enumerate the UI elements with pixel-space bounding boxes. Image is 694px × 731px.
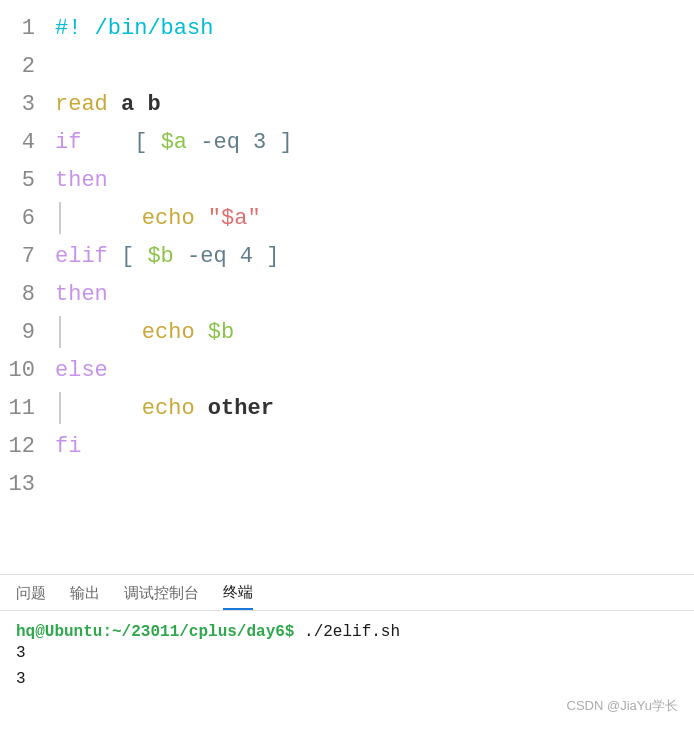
tab-item[interactable]: 问题: [16, 584, 46, 609]
token: $a: [161, 130, 187, 155]
token: echo: [142, 206, 195, 231]
tabs-bar: 问题输出调试控制台终端: [0, 575, 694, 611]
code-line: 9 echo $b: [0, 314, 694, 352]
line-content: if [ $a -eq 3 ]: [55, 124, 694, 162]
token: $b: [147, 244, 173, 269]
token: 3: [253, 130, 266, 155]
line-number: 7: [0, 238, 55, 276]
terminal-output-line: 3: [16, 667, 678, 693]
code-line: 11 echo other: [0, 390, 694, 428]
line-content: #! /bin/bash: [55, 10, 694, 48]
code-line: 6 echo "$a": [0, 200, 694, 238]
tab-item[interactable]: 终端: [223, 583, 253, 610]
token: [195, 206, 208, 231]
terminal-prompt: hq@Ubuntu:~/23011/cplus/day6$ ./2elif.sh: [16, 623, 678, 641]
terminal-output-line: 3: [16, 641, 678, 667]
token: then: [55, 168, 108, 193]
code-line: 4if [ $a -eq 3 ]: [0, 124, 694, 162]
line-number: 10: [0, 352, 55, 390]
token: fi: [55, 434, 81, 459]
line-content: echo "$a": [55, 200, 694, 238]
tab-item[interactable]: 输出: [70, 584, 100, 609]
token: read: [55, 92, 108, 117]
token: ]: [266, 130, 292, 155]
token: #! /bin/bash: [55, 16, 213, 41]
terminal-user: hq@Ubuntu:~/23011/cplus/day6$: [16, 623, 294, 641]
indent-bar: [59, 202, 61, 234]
token: then: [55, 282, 108, 307]
token: else: [55, 358, 108, 383]
token: [108, 92, 121, 117]
token: ]: [253, 244, 279, 269]
line-number: 12: [0, 428, 55, 466]
indent-bar: [59, 316, 61, 348]
token: [195, 396, 208, 421]
token: elif: [55, 244, 108, 269]
token: "$a": [208, 206, 261, 231]
token: echo: [142, 396, 195, 421]
line-content: read a b: [55, 86, 694, 124]
code-line: 3read a b: [0, 86, 694, 124]
line-content: echo $b: [55, 314, 694, 352]
code-editor: 1#! /bin/bash23read a b4if [ $a -eq 3 ]5…: [0, 0, 694, 574]
line-content: echo other: [55, 390, 694, 428]
code-line: 10else: [0, 352, 694, 390]
token: other: [208, 396, 274, 421]
code-line: 2: [0, 48, 694, 86]
line-content: then: [55, 162, 694, 200]
line-number: 11: [0, 390, 55, 428]
line-number: 3: [0, 86, 55, 124]
tab-item[interactable]: 调试控制台: [124, 584, 199, 609]
line-number: 5: [0, 162, 55, 200]
line-content: elif [ $b -eq 4 ]: [55, 238, 694, 276]
token: -eq: [187, 130, 253, 155]
line-number: 2: [0, 48, 55, 86]
terminal-output: 33: [16, 641, 678, 692]
line-number: 9: [0, 314, 55, 352]
code-line: 5then: [0, 162, 694, 200]
token: [: [108, 244, 148, 269]
line-content: fi: [55, 428, 694, 466]
line-number: 8: [0, 276, 55, 314]
terminal-command: ./2elif.sh: [294, 623, 400, 641]
token: $b: [208, 320, 234, 345]
token: a b: [121, 92, 161, 117]
token: -eq: [174, 244, 240, 269]
indent-bar: [59, 392, 61, 424]
code-line: 1#! /bin/bash: [0, 10, 694, 48]
line-number: 1: [0, 10, 55, 48]
code-line: 8then: [0, 276, 694, 314]
line-content: else: [55, 352, 694, 390]
token: [: [81, 130, 160, 155]
code-line: 12fi: [0, 428, 694, 466]
line-number: 6: [0, 200, 55, 238]
code-line: 13: [0, 466, 694, 504]
token: [195, 320, 208, 345]
code-line: 7elif [ $b -eq 4 ]: [0, 238, 694, 276]
line-number: 13: [0, 466, 55, 504]
token: 4: [240, 244, 253, 269]
watermark: CSDN @JiaYu学长: [567, 697, 678, 715]
line-number: 4: [0, 124, 55, 162]
token: echo: [142, 320, 195, 345]
token: if: [55, 130, 81, 155]
line-content: then: [55, 276, 694, 314]
